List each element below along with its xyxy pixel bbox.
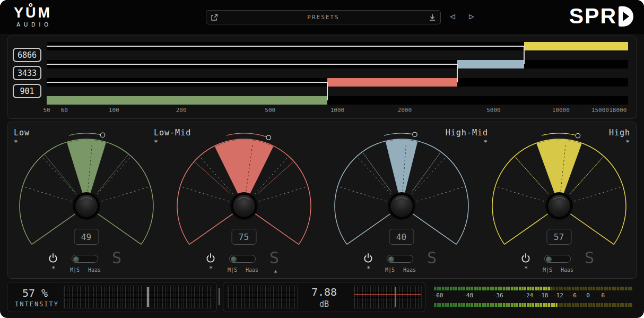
band-power-button[interactable] — [520, 253, 531, 263]
ms-haas-toggle[interactable] — [544, 255, 571, 263]
freq-band-bar[interactable] — [457, 60, 525, 68]
freq-scale-label: 1000 — [330, 107, 345, 114]
freq-band-bar[interactable] — [524, 42, 628, 50]
band-section-low-mid: 75 * M|S Haas S * — [165, 122, 323, 278]
width-value-low-mid[interactable]: 75 — [231, 229, 256, 245]
freq-scale-label: 200 — [176, 107, 187, 114]
crossover-mid-field[interactable]: 3433 — [13, 66, 41, 80]
frequency-scale: 5060100200500100020005000100001500018000 — [47, 107, 628, 114]
freq-band-baseline — [47, 82, 327, 83]
yum-audio-logo: YŮM AUDIO — [14, 6, 52, 28]
solo-button[interactable]: S — [427, 248, 437, 267]
gain-slider-handle[interactable] — [395, 287, 396, 307]
meter-scale-label: 0 — [586, 292, 590, 299]
freq-band-baseline — [47, 64, 457, 65]
haas-label: Haas — [246, 267, 258, 273]
meter-scale-label: -24 — [523, 292, 533, 299]
preset-name-label: PRESETS — [222, 14, 424, 21]
freq-scale-label: 15000 — [591, 107, 609, 114]
solo-button[interactable]: S — [585, 248, 594, 267]
band-section-low: 49 * M|S Haas S — [7, 122, 165, 278]
level-meter-left — [434, 287, 633, 290]
meter-scale-label: -12 — [553, 292, 563, 299]
gain-slider-right[interactable] — [354, 286, 422, 308]
frequency-split-panel: 6866 3433 901 50601002005001000200050001… — [7, 36, 637, 119]
band-power-button[interactable] — [48, 253, 58, 263]
load-preset-button[interactable] — [424, 11, 440, 24]
toggle-labels: M|S Haas — [385, 267, 416, 273]
ms-label: M|S — [70, 267, 80, 273]
freq-band-baseline — [47, 46, 524, 47]
level-meter-right — [434, 303, 633, 307]
intensity-slider-handle[interactable] — [147, 287, 149, 307]
ms-haas-toggle[interactable] — [387, 255, 413, 263]
band-section-high: 57 * M|S Haas S — [480, 122, 638, 278]
output-meter-section: -60-48-36-24-18-12-606 — [430, 282, 637, 312]
freq-band-bar[interactable] — [327, 78, 457, 87]
crossover-connector[interactable] — [327, 82, 328, 100]
freq-band-bar[interactable] — [47, 96, 327, 105]
freq-scale-label: 5000 — [486, 107, 501, 114]
gain-value[interactable]: 7.88 — [298, 286, 351, 298]
intensity-slider[interactable] — [64, 286, 212, 308]
power-icon — [205, 253, 216, 263]
power-icon — [48, 253, 58, 263]
sprd-logo-text: SPR — [569, 5, 617, 27]
power-icon — [520, 253, 531, 263]
sprd-logo-d-play-icon — [619, 6, 633, 27]
freq-band-track[interactable] — [47, 96, 628, 105]
band-section-high-mid: 40 * M|S Haas S — [323, 122, 480, 278]
power-asterisk: * — [209, 265, 213, 272]
meter-scale-label: -36 — [493, 292, 503, 299]
plugin-window: YŮM AUDIO PRESETS ◁ ▷ SPR — [0, 0, 644, 318]
ms-haas-toggle[interactable] — [229, 255, 256, 263]
export-icon — [210, 13, 219, 22]
export-preset-button[interactable] — [206, 11, 222, 24]
preset-selector[interactable]: PRESETS — [206, 10, 441, 24]
crossover-connector[interactable] — [457, 64, 458, 82]
solo-button[interactable]: S — [269, 248, 279, 267]
toggle-knob — [231, 256, 237, 262]
width-value-high[interactable]: 57 — [546, 229, 571, 245]
previous-preset-button[interactable]: ◁ — [450, 12, 455, 21]
toggle-knob — [388, 256, 394, 262]
band-power-button[interactable] — [205, 253, 216, 263]
band-power-button[interactable] — [363, 253, 373, 263]
meter-scale-label: -48 — [463, 292, 473, 299]
output-gain-section: 7.88 dB — [223, 282, 425, 312]
freq-scale-label: 60 — [61, 107, 68, 114]
haas-label: Haas — [403, 267, 416, 273]
solo-button[interactable]: S — [112, 248, 121, 267]
meter-scale: -60-48-36-24-18-12-606 — [434, 292, 633, 300]
header-bar: YŮM AUDIO PRESETS ◁ ▷ SPR — [0, 0, 644, 34]
toggle-knob — [73, 256, 79, 262]
gain-slider-left[interactable] — [228, 286, 298, 308]
freq-band-track[interactable] — [47, 42, 628, 50]
band-width-panel: Low * Low-Mid * High-Mid * High * 49 * — [7, 122, 637, 279]
freq-scale-label: 100 — [109, 107, 119, 114]
crossover-connector[interactable] — [524, 46, 525, 64]
haas-label: Haas — [561, 267, 573, 273]
toggle-labels: M|S Haas — [543, 267, 573, 273]
crossover-low-field[interactable]: 901 — [13, 84, 41, 98]
freq-scale-label: 18000 — [609, 107, 626, 114]
freq-band-track[interactable] — [47, 78, 628, 87]
logo-main-text: YŮM — [14, 6, 52, 20]
ms-haas-toggle[interactable] — [72, 255, 98, 263]
width-value-low[interactable]: 49 — [74, 229, 99, 245]
freq-scale-label: 2000 — [398, 107, 412, 114]
ms-label: M|S — [543, 267, 552, 273]
meter-scale-label: -18 — [538, 292, 549, 299]
intensity-value: 57 % — [22, 287, 48, 299]
width-value-high-mid[interactable]: 40 — [389, 229, 414, 245]
solo-asterisk: * — [274, 269, 277, 277]
power-asterisk: * — [524, 265, 528, 272]
next-preset-button[interactable]: ▷ — [469, 12, 474, 21]
ms-label: M|S — [385, 267, 395, 273]
toggle-labels: M|S Haas — [70, 267, 101, 273]
crossover-high-field[interactable]: 6866 — [13, 48, 41, 62]
haas-label: Haas — [88, 267, 101, 273]
meter-segments — [434, 287, 633, 290]
freq-band-track[interactable] — [47, 60, 628, 68]
sprd-logo: SPR — [569, 5, 633, 27]
